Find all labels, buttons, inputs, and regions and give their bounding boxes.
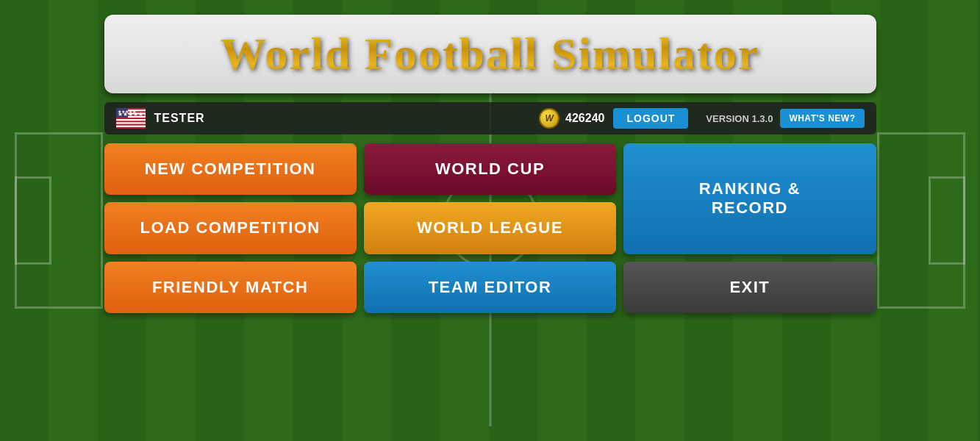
version-label: VERSION 1.3.0	[706, 113, 773, 124]
title-banner: World Football Simulator	[104, 15, 876, 93]
svg-rect-4	[116, 119, 146, 121]
ranking-record-button[interactable]: RANKING & RECORD	[623, 143, 876, 254]
coin-letter: W	[545, 113, 553, 123]
new-competition-button[interactable]: NEW COMPETITION	[104, 143, 357, 195]
load-competition-button[interactable]: LOAD COMPETITION	[104, 202, 357, 254]
world-league-button[interactable]: WORLD LEAGUE	[364, 202, 616, 254]
username-label: TESTER	[154, 112, 205, 125]
coin-icon: W	[539, 108, 559, 129]
logout-button[interactable]: LOGOUT	[613, 108, 688, 129]
team-editor-button[interactable]: TEAM EDITOR	[364, 262, 616, 313]
svg-text:★★★★★: ★★★★★	[118, 110, 136, 114]
exit-button[interactable]: EXIT	[623, 262, 876, 313]
friendly-match-button[interactable]: FRIENDLY MATCH	[104, 262, 357, 313]
svg-rect-5	[116, 122, 146, 123]
menu-buttons-grid: NEW COMPETITION WORLD CUP RANKING & RECO…	[104, 143, 876, 313]
world-cup-button[interactable]: WORLD CUP	[364, 143, 616, 195]
balance-display: 426240	[565, 112, 604, 125]
whats-new-button[interactable]: WHAT'S NEW?	[780, 109, 864, 128]
flag-icon: ★★★★★★ ★★★★★	[116, 108, 146, 129]
main-container: World Football Simulator ★★★★★★ ★★★★★ TE…	[0, 0, 980, 328]
app-title: World Football Simulator	[221, 28, 759, 80]
svg-rect-6	[116, 126, 146, 127]
header-bar: ★★★★★★ ★★★★★ TESTER W 426240 LOGOUT VERS…	[104, 102, 876, 135]
